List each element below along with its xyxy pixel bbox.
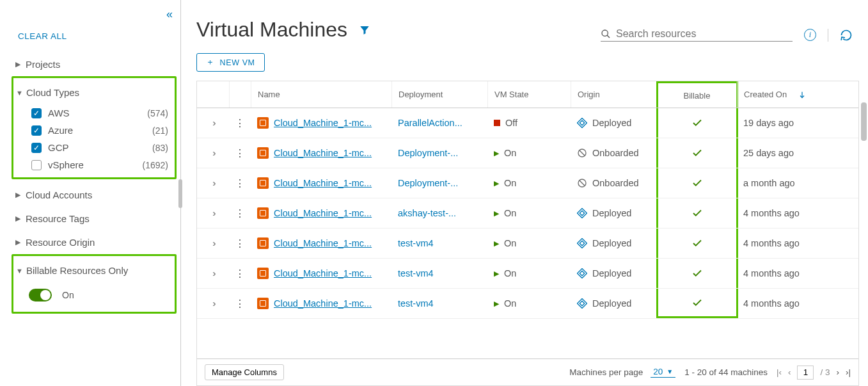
filter-cloud-types[interactable]: ▼ Cloud Types (13, 81, 175, 104)
checkbox[interactable]: ✓ (31, 143, 42, 153)
next-page-icon[interactable]: › (836, 367, 839, 377)
row-menu-icon[interactable]: ⋮ (235, 177, 245, 189)
col-vm-state[interactable]: VM State (487, 81, 571, 108)
row-menu-icon[interactable]: ⋮ (235, 268, 245, 280)
scrollbar-thumb[interactable] (861, 102, 867, 141)
table-header: Name Deployment VM State Origin Billable… (197, 81, 858, 108)
vm-name-link[interactable]: Cloud_Machine_1-mc... (274, 208, 372, 218)
col-created-on[interactable]: Created On (737, 81, 858, 108)
deployment-link[interactable]: Deployment-... (398, 178, 458, 188)
expand-row-icon[interactable]: ›› (212, 238, 213, 248)
col-billable[interactable]: Billable (656, 81, 738, 108)
info-icon[interactable]: i (804, 29, 816, 41)
cloud-type-label: AWS (48, 108, 70, 118)
state-on-icon: ▶ (494, 300, 499, 308)
filter-billable-highlight: ▼ Billable Resources Only On (12, 254, 177, 314)
filter-cloud-accounts[interactable]: ▶ Cloud Accounts (15, 183, 173, 207)
vm-table: Name Deployment VM State Origin Billable… (196, 81, 859, 386)
deployment-link[interactable]: ParallelAction... (398, 118, 462, 128)
vm-name-link[interactable]: Cloud_Machine_1-mc... (274, 118, 372, 128)
row-menu-icon[interactable]: ⋮ (235, 298, 245, 310)
cloud-type-option[interactable]: ✓ AWS (574) (31, 104, 175, 122)
check-icon (691, 177, 703, 189)
cloud-type-option[interactable]: ✓ GCP (83) (31, 139, 175, 156)
clear-all-button[interactable]: CLEAR ALL (0, 29, 180, 52)
filter-resource-origin-label: Resource Origin (26, 237, 95, 248)
vm-name-link[interactable]: Cloud_Machine_1-mc... (274, 238, 372, 248)
per-page-label: Machines per page (569, 367, 643, 377)
table-row: ›› ⋮ Cloud_Machine_1-mc... test-vm4 ▶On … (197, 229, 858, 259)
svg-rect-13 (577, 268, 587, 278)
vm-icon (257, 298, 269, 309)
table-footer: Manage Columns Machines per page 20 ▼ 1 … (197, 358, 858, 385)
table-row: ›› ⋮ Cloud_Machine_1-mc... Deployment-..… (197, 168, 858, 198)
page-range: 1 - 20 of 44 machines (684, 367, 768, 377)
row-menu-icon[interactable]: ⋮ (235, 117, 245, 129)
first-page-icon[interactable]: |‹ (777, 367, 782, 377)
expand-row-icon[interactable]: ›› (212, 298, 213, 309)
filter-cloud-types-highlight: ▼ Cloud Types ✓ AWS (574) ✓ Azure (21) ✓… (12, 76, 177, 179)
filter-projects[interactable]: ▶ Projects (15, 52, 173, 76)
vm-state-label: On (504, 298, 516, 309)
vm-icon (257, 237, 269, 249)
billable-toggle[interactable] (29, 289, 52, 302)
expand-row-icon[interactable]: ›› (212, 268, 213, 278)
deployed-icon (577, 238, 587, 248)
deployment-link[interactable]: test-vm4 (398, 268, 434, 278)
filter-resource-tags[interactable]: ▶ Resource Tags (15, 207, 173, 230)
expand-row-icon[interactable]: ›› (212, 118, 213, 128)
check-icon (691, 147, 703, 159)
deployment-link[interactable]: test-vm4 (398, 238, 434, 248)
vm-name-link[interactable]: Cloud_Machine_1-mc... (274, 268, 372, 278)
page-input[interactable] (797, 366, 814, 380)
prev-page-icon[interactable]: ‹ (788, 367, 791, 377)
filter-billable[interactable]: ▼ Billable Resources Only (13, 259, 175, 282)
per-page-select[interactable]: 20 ▼ (651, 367, 675, 378)
filter-resource-origin[interactable]: ▶ Resource Origin (15, 230, 173, 254)
manage-columns-button[interactable]: Manage Columns (205, 364, 284, 380)
col-origin[interactable]: Origin (571, 81, 657, 108)
refresh-icon[interactable] (840, 29, 853, 42)
deployment-link[interactable]: test-vm4 (398, 298, 434, 309)
deployment-link[interactable]: akshay-test-... (398, 208, 456, 218)
state-on-icon: ▶ (494, 269, 499, 278)
checkbox[interactable]: ✓ (31, 125, 42, 136)
expand-row-icon[interactable]: ›› (212, 148, 213, 158)
filter-icon[interactable] (359, 24, 370, 36)
chevron-down-icon: ▼ (667, 368, 673, 375)
cloud-type-option[interactable]: vSphere (1692) (31, 156, 175, 173)
row-menu-icon[interactable]: ⋮ (235, 207, 245, 220)
checkbox[interactable]: ✓ (31, 108, 42, 118)
vm-name-link[interactable]: Cloud_Machine_1-mc... (274, 298, 372, 309)
search-input[interactable] (616, 28, 793, 40)
expand-row-icon[interactable]: ›› (212, 208, 213, 218)
checkbox[interactable] (31, 160, 42, 170)
row-menu-icon[interactable]: ⋮ (235, 147, 245, 159)
row-menu-icon[interactable]: ⋮ (235, 237, 245, 250)
vm-icon (257, 147, 269, 159)
col-name[interactable]: Name (251, 81, 391, 108)
search-box[interactable] (601, 28, 793, 42)
table-row: ›› ⋮ Cloud_Machine_1-mc... akshay-test-.… (197, 198, 858, 229)
deployed-icon (577, 298, 587, 309)
expand-row-icon[interactable]: ›› (212, 178, 213, 188)
check-icon (691, 237, 703, 249)
vm-icon (257, 117, 269, 129)
col-deployment[interactable]: Deployment (391, 81, 487, 108)
vm-name-link[interactable]: Cloud_Machine_1-mc... (274, 178, 372, 188)
vm-name-link[interactable]: Cloud_Machine_1-mc... (274, 148, 372, 158)
created-on-label: 4 months ago (743, 208, 800, 218)
deployment-link[interactable]: Deployment-... (398, 148, 458, 158)
created-on-label: 4 months ago (743, 298, 800, 309)
svg-rect-3 (577, 118, 587, 127)
svg-rect-9 (577, 208, 587, 218)
created-on-label: 19 days ago (743, 118, 794, 128)
chevron-right-icon: ▶ (15, 238, 26, 246)
cloud-type-option[interactable]: ✓ Azure (21) (31, 122, 175, 139)
filter-projects-label: Projects (26, 59, 60, 70)
deployed-icon (577, 118, 587, 128)
last-page-icon[interactable]: ›| (846, 367, 851, 377)
collapse-sidebar-icon[interactable]: « (166, 8, 169, 21)
new-vm-button[interactable]: ＋ NEW VM (196, 53, 265, 72)
chevron-right-icon: ▶ (15, 214, 26, 223)
